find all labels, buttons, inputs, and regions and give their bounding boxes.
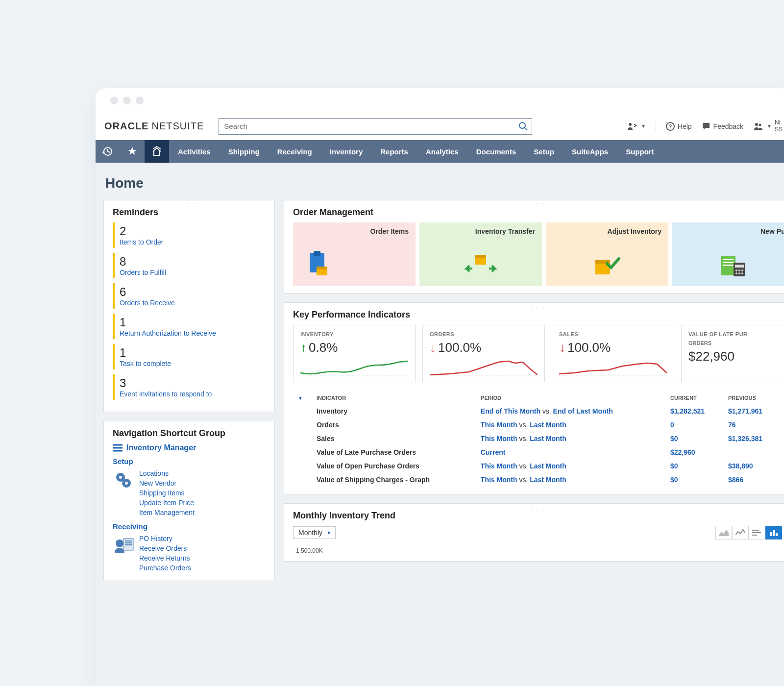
shortcut-link[interactable]: Receive Returns (139, 553, 191, 563)
shortcut-link[interactable]: Item Management (139, 508, 195, 517)
feedback-link[interactable]: Feedback (702, 122, 743, 131)
period-link[interactable]: This Month (481, 421, 517, 429)
cell-period: End of This Month vs. End of Last Month (477, 405, 665, 417)
nav-activities[interactable]: Activities (169, 140, 220, 163)
period-link[interactable]: This Month (481, 435, 517, 442)
tile-adjust-inventory[interactable]: Adjust Inventory (546, 222, 668, 286)
cell-current[interactable]: 0 (666, 418, 723, 431)
search-input[interactable] (219, 118, 532, 135)
reminder-item[interactable]: 8Orders to Fulfill (113, 253, 266, 278)
nav-support[interactable]: Support (617, 140, 663, 163)
global-search[interactable] (219, 118, 532, 135)
table-row: OrdersThis Month vs. Last Month076 (294, 418, 781, 431)
period-link[interactable]: Current (481, 448, 506, 456)
period-link[interactable]: Last Month (530, 421, 566, 429)
drag-handle-icon[interactable]: ⋮⋮⋮ (180, 423, 198, 429)
reminders-card: ⋮⋮⋮ Reminders 2Items to Order8Orders to … (103, 200, 275, 412)
reminder-item[interactable]: 2Items to Order (113, 222, 266, 248)
reminder-item[interactable]: 6Orders to Receive (113, 283, 266, 309)
cell-previous[interactable]: $866 (724, 473, 781, 486)
svg-rect-18 (125, 542, 132, 543)
drag-handle-icon[interactable]: ⋮⋮⋮ (529, 202, 546, 208)
trend-period-dropdown[interactable]: Monthly (293, 526, 336, 539)
chart-type-bar-icon[interactable] (765, 526, 782, 539)
reminder-item[interactable]: 1Task to complete (113, 344, 266, 369)
user-menu[interactable]: ▼ Ni SS (753, 120, 783, 132)
shortcut-link[interactable]: PO History (139, 534, 191, 543)
sort-icon[interactable]: ▼ (298, 395, 303, 401)
recent-icon[interactable] (96, 140, 120, 163)
shortcut-link[interactable]: New Vendor (139, 478, 195, 488)
period-link[interactable]: Last Month (530, 462, 566, 470)
shortcut-heading: Setup (113, 457, 266, 466)
tile-new-purchase[interactable]: New Pur (672, 222, 784, 286)
inventory-manager-link[interactable]: Inventory Manager (113, 443, 266, 452)
separator (656, 121, 656, 132)
home-icon[interactable] (145, 140, 169, 163)
reminder-item[interactable]: 1Return Authorization to Receive (113, 314, 266, 339)
cell-previous[interactable]: $1,326,381 (724, 432, 781, 445)
period-link[interactable]: End of This Month (481, 407, 540, 415)
chart-type-list-icon[interactable] (749, 526, 765, 539)
nav-reports[interactable]: Reports (371, 140, 417, 163)
reminder-label[interactable]: Orders to Fulfill (120, 269, 266, 276)
role-switcher-icon[interactable]: ▼ (627, 122, 646, 131)
period-link[interactable]: Last Month (530, 435, 566, 442)
cell-indicator: Value of Open Purchase Orders (313, 460, 476, 472)
reminder-item[interactable]: 3Event Invitations to respond to (113, 374, 266, 400)
cell-previous[interactable]: $38,890 (724, 460, 781, 472)
period-link[interactable]: This Month (481, 476, 517, 484)
nav-shipping[interactable]: Shipping (220, 140, 269, 163)
kpi-card-orders[interactable]: ORDERS↓100.0% (422, 325, 545, 382)
reminder-label[interactable]: Return Authorization to Receive (120, 329, 266, 337)
shortcut-link[interactable]: Locations (139, 468, 195, 478)
cell-indicator: Orders (313, 418, 476, 431)
cell-current[interactable]: $0 (666, 460, 723, 472)
period-link[interactable]: Last Month (530, 476, 566, 484)
nav-suiteapps[interactable]: SuiteApps (563, 140, 617, 163)
nav-inventory[interactable]: Inventory (321, 140, 372, 163)
drag-handle-icon[interactable]: ⋮⋮⋮ (529, 506, 546, 511)
clipboard-box-icon (305, 250, 332, 277)
reminder-label[interactable]: Task to complete (120, 360, 266, 368)
reminder-label[interactable]: Items to Order (120, 238, 266, 246)
svg-rect-17 (125, 540, 132, 541)
tile-order-items[interactable]: Order Items (293, 222, 416, 286)
nav-setup[interactable]: Setup (525, 140, 563, 163)
drag-handle-icon[interactable]: ⋮⋮⋮ (529, 305, 546, 310)
cell-current[interactable]: $0 (666, 432, 723, 445)
kpi-card-inventory[interactable]: INVENTORY↑0.8% (293, 325, 416, 382)
shortcut-link[interactable]: Receive Orders (139, 543, 191, 553)
period-link[interactable]: End of Last Month (553, 407, 613, 415)
reminder-label[interactable]: Orders to Receive (120, 299, 266, 307)
cell-previous[interactable]: $1,271,961 (724, 405, 781, 417)
help-label: Help (678, 122, 692, 130)
page-title: Home (105, 175, 784, 191)
svg-rect-33 (735, 265, 744, 268)
nav-receiving[interactable]: Receiving (269, 140, 321, 163)
cell-current[interactable]: $0 (666, 473, 723, 486)
favorites-icon[interactable] (120, 140, 145, 163)
tile-inventory-transfer[interactable]: Inventory Transfer (419, 222, 542, 286)
table-row: Value of Open Purchase OrdersThis Month … (294, 460, 781, 472)
nav-analytics[interactable]: Analytics (417, 140, 467, 163)
cell-current[interactable]: $1,282,521 (666, 405, 723, 417)
drag-handle-icon[interactable]: ⋮⋮⋮ (180, 202, 198, 208)
kpi-card-sales[interactable]: SALES↓100.0% (552, 325, 674, 382)
chart-type-line-icon[interactable] (732, 526, 749, 539)
search-icon[interactable] (518, 122, 528, 131)
shortcut-link[interactable]: Update Item Price (139, 498, 195, 508)
shortcut-link[interactable]: Shipping Items (139, 488, 195, 498)
help-link[interactable]: ? Help (666, 122, 692, 131)
cell-previous[interactable]: 76 (724, 418, 781, 431)
kpi-value: $22,960 (688, 349, 784, 364)
period-link[interactable]: This Month (481, 462, 517, 470)
nav-documents[interactable]: Documents (467, 140, 525, 163)
kpi-card-value-of-late-pur[interactable]: VALUE OF LATE PURORDERS$22,960 (681, 325, 784, 382)
shortcut-link[interactable]: Purchase Orders (139, 563, 191, 573)
svg-rect-48 (776, 533, 778, 536)
cell-current[interactable]: $22,960 (666, 446, 723, 459)
reminder-label[interactable]: Event Invitations to respond to (120, 390, 266, 398)
chart-type-area-icon[interactable] (715, 526, 732, 539)
cell-previous[interactable] (724, 446, 781, 459)
